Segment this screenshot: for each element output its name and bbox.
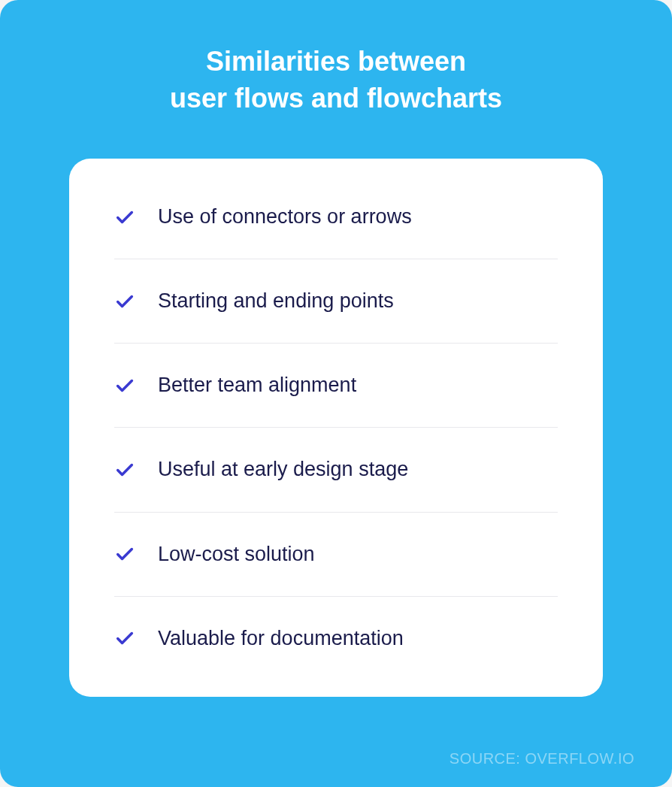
- similarities-list: Use of connectors or arrows Starting and…: [114, 175, 558, 680]
- list-item: Valuable for documentation: [114, 597, 558, 680]
- item-text: Use of connectors or arrows: [158, 204, 412, 230]
- item-text: Better team alignment: [158, 372, 356, 398]
- item-text: Starting and ending points: [158, 288, 394, 314]
- check-icon: [114, 207, 135, 228]
- card-title: Similarities between user flows and flow…: [69, 44, 603, 117]
- info-card-container: Similarities between user flows and flow…: [0, 0, 672, 787]
- check-icon: [114, 375, 135, 396]
- list-item: Use of connectors or arrows: [114, 175, 558, 259]
- item-text: Low-cost solution: [158, 541, 315, 568]
- list-item: Better team alignment: [114, 344, 558, 428]
- check-icon: [114, 628, 135, 649]
- item-text: Useful at early design stage: [158, 456, 408, 483]
- item-text: Valuable for documentation: [158, 625, 404, 652]
- similarities-card: Use of connectors or arrows Starting and…: [69, 159, 603, 697]
- title-line-1: Similarities between: [206, 46, 466, 77]
- title-line-2: user flows and flowcharts: [170, 83, 502, 114]
- list-item: Useful at early design stage: [114, 428, 558, 512]
- check-icon: [114, 543, 135, 565]
- check-icon: [114, 459, 135, 480]
- check-icon: [114, 291, 135, 312]
- list-item: Low-cost solution: [114, 513, 558, 597]
- source-attribution: SOURCE: OVERFLOW.IO: [450, 750, 634, 767]
- list-item: Starting and ending points: [114, 259, 558, 344]
